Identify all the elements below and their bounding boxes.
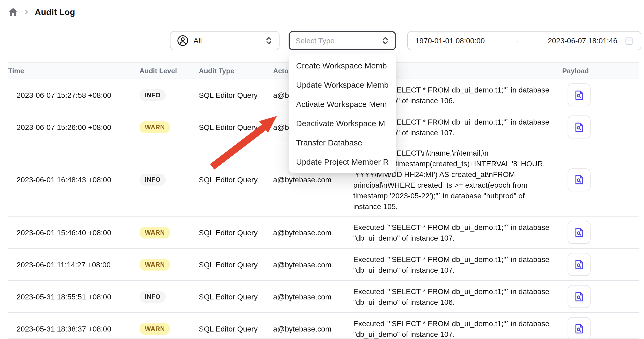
file-search-icon [573,259,585,270]
table-row: 2023-06-01 15:46:40 +08:00 WARN SQL Edit… [8,217,639,249]
table-row: 2023-05-31 18:38:37 +08:00 WARN SQL Edit… [8,313,639,339]
file-search-icon [573,89,585,101]
audit-level-badge: WARN [139,323,170,334]
row-comment: Executed `"SELECT * FROM db_ui_demo.t1;"… [353,249,562,279]
audit-level-badge: INFO [139,291,166,302]
actor-filter-select[interactable]: All [170,31,280,50]
row-time: 2023-06-07 15:26:00 +08:00 [8,117,139,137]
row-audit-level: WARN [139,254,199,275]
file-search-icon [573,291,585,302]
row-time: 2023-06-01 15:46:40 +08:00 [8,223,139,242]
home-icon[interactable] [8,7,18,17]
row-payload [562,281,639,312]
audit-level-badge: WARN [139,121,170,133]
type-dropdown-item[interactable]: Update Project Member R [289,152,396,171]
row-audit-type: SQL Editor Query [199,255,273,274]
row-audit-level: WARN [139,117,199,137]
audit-type-filter-select[interactable]: Select Type [289,31,396,50]
payload-view-button[interactable] [568,115,591,138]
payload-view-button[interactable] [568,253,591,276]
row-comment: Executed `"SELECT * FROM db_ui_demo.t1;"… [353,217,562,247]
row-actor: a@bytebase.com [273,287,353,306]
row-time: 2023-06-01 11:14:27 +08:00 [8,255,139,274]
column-header-audit-level: Audit Level [139,67,199,75]
row-audit-type: SQL Editor Query [199,319,273,338]
arrow-right-icon: → [485,36,548,45]
file-search-icon [573,174,585,186]
audit-level-badge: INFO [139,89,166,101]
user-circle-icon [177,35,189,47]
filter-bar: All Select Type 1970-01-01 08:00:00 → 20… [0,31,644,50]
row-audit-level: WARN [139,318,199,339]
row-time: 2023-05-31 18:55:51 +08:00 [8,287,139,306]
audit-level-badge: INFO [139,174,166,186]
page-title: Audit Log [35,7,75,17]
row-payload [562,111,639,143]
audit-level-badge: WARN [139,226,170,238]
row-audit-type: SQL Editor Query [199,223,273,242]
payload-view-button[interactable] [568,221,591,244]
column-header-audit-type: Audit Type [199,67,273,75]
row-comment: Executed `"SELECT * FROM db_ui_demo.t1;"… [353,282,562,311]
row-audit-type: SQL Editor Query [199,117,273,137]
date-range-end[interactable]: 2023-06-07 18:01:46 [548,36,617,45]
row-audit-type: SQL Editor Query [199,85,273,105]
payload-view-button[interactable] [568,317,591,339]
row-audit-level: INFO [139,85,199,105]
selector-up-down-icon [265,36,273,45]
row-actor: a@bytebase.com [273,223,353,242]
row-actor: a@bytebase.com [273,255,353,274]
row-audit-type: SQL Editor Query [199,170,273,189]
type-dropdown-item[interactable]: Deactivate Workspace M [289,113,396,133]
table-row: 2023-05-31 18:55:51 +08:00 INFO SQL Edit… [8,281,639,313]
row-audit-level: INFO [139,170,199,190]
file-search-icon [573,323,585,334]
selector-up-down-icon [382,36,389,45]
date-range-picker[interactable]: 1970-01-01 08:00:00 → 2023-06-07 18:01:4… [407,31,641,50]
audit-type-placeholder: Select Type [296,36,335,45]
row-comment: Executed `"SELECT * FROM db_ui_demo.t1;"… [353,314,562,339]
type-dropdown-item[interactable]: Create Workspace Memb [289,56,396,75]
row-audit-level: INFO [139,286,199,307]
payload-view-button[interactable] [568,83,591,106]
row-audit-level: WARN [139,222,199,242]
row-payload [562,217,639,248]
date-range-start[interactable]: 1970-01-01 08:00:00 [415,36,485,45]
row-time: 2023-05-31 18:38:37 +08:00 [8,319,139,338]
column-header-payload: Payload [562,67,639,75]
row-payload [562,313,639,339]
row-time: 2023-06-01 16:48:43 +08:00 [8,170,139,189]
breadcrumb: Audit Log [8,7,75,17]
type-dropdown-item[interactable]: Transfer Database [289,133,396,152]
row-payload [562,79,639,111]
column-header-time: Time [8,67,139,75]
payload-view-button[interactable] [568,285,591,308]
type-dropdown-item[interactable]: Activate Workspace Mem [289,94,396,113]
audit-log-page: Audit Log All Select Type [0,0,644,339]
actor-filter-value: All [193,36,202,45]
audit-level-badge: WARN [139,259,170,270]
payload-view-button[interactable] [568,168,591,191]
row-time: 2023-06-07 15:27:58 +08:00 [8,85,139,105]
chevron-right-icon [24,9,29,15]
file-search-icon [573,121,585,133]
table-row: 2023-06-01 11:14:27 +08:00 WARN SQL Edit… [8,249,639,281]
row-payload [562,249,639,280]
type-dropdown-item[interactable]: Update Workspace Memb [289,75,396,94]
file-search-icon [573,226,585,238]
type-dropdown-menu: Create Workspace MembUpdate Workspace Me… [289,53,396,173]
calendar-icon [625,36,633,45]
row-actor: a@bytebase.com [273,319,353,338]
row-payload [562,164,639,195]
row-audit-type: SQL Editor Query [199,287,273,306]
